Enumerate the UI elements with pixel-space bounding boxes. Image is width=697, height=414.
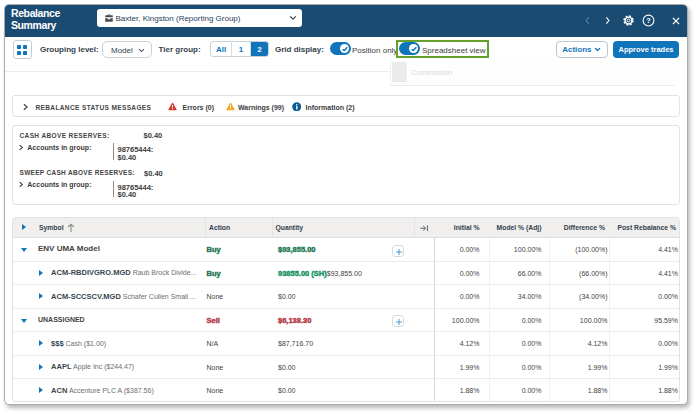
svg-text:?: ?	[646, 16, 651, 25]
